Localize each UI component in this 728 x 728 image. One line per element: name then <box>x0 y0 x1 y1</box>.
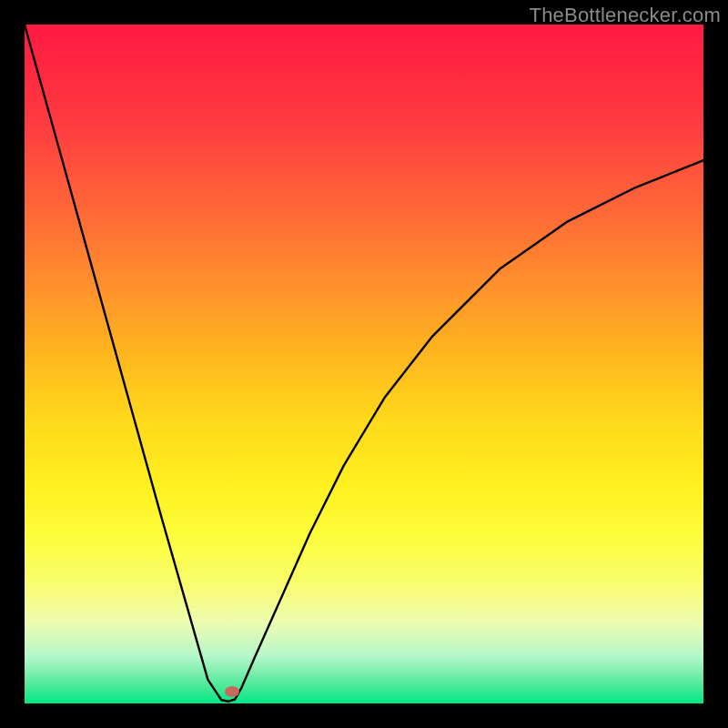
minimum-marker-icon <box>225 686 239 697</box>
plot-area <box>25 25 703 703</box>
line-series <box>25 25 703 703</box>
chart-frame: TheBottlenecker.com <box>0 0 728 728</box>
